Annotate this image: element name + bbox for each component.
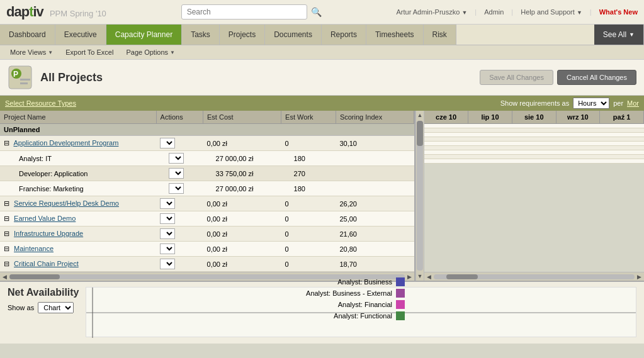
scoring-cell: 21,60 bbox=[336, 227, 414, 242]
tab-documents[interactable]: Documents bbox=[265, 25, 322, 45]
actions-cell: ▼ bbox=[156, 227, 203, 242]
legend-item: Analyst: Business bbox=[306, 277, 405, 286]
est-work-cell: 270 bbox=[281, 166, 336, 181]
col-wrz10: wrz 10 bbox=[556, 111, 600, 124]
hours-select[interactable]: Hours Days FTE bbox=[573, 98, 609, 109]
est-cost-cell: 27 000,00 zł bbox=[203, 151, 281, 166]
scoring-cell bbox=[336, 181, 414, 196]
col-cze10: cze 10 bbox=[424, 111, 468, 124]
expand-icon[interactable]: ⊟ bbox=[4, 230, 9, 237]
actions-dropdown[interactable]: ▼ bbox=[169, 153, 184, 164]
svg-rect-4 bbox=[20, 82, 28, 84]
table-row: ⊟ Earned Value Demo ▼ 0,00 zł 0 25,00 bbox=[0, 211, 414, 227]
actions-dropdown[interactable]: ▼ bbox=[160, 228, 175, 239]
right-h-scroll[interactable]: ◀ ▶ bbox=[424, 272, 644, 281]
est-cost-cell: 0,00 zł bbox=[203, 257, 281, 272]
legend-label: Analyst: Business - External bbox=[306, 289, 392, 297]
tab-timesheets[interactable]: Timesheets bbox=[366, 25, 424, 45]
scroll-down-arrow-icon[interactable]: ▼ bbox=[416, 272, 424, 281]
tab-see-all[interactable]: See All ▼ bbox=[594, 25, 644, 45]
scroll-up-arrow-icon[interactable]: ▲ bbox=[416, 111, 424, 120]
project-link[interactable]: Service Request/Help Desk Demo bbox=[14, 199, 119, 207]
scroll-right-arrow-icon[interactable]: ▶ bbox=[407, 274, 412, 280]
sub-name-cell: Analyst: IT bbox=[0, 151, 156, 166]
v-scrollbar[interactable]: ▲ ▼ bbox=[415, 111, 424, 281]
search-icon[interactable]: 🔍 bbox=[311, 7, 322, 17]
actions-dropdown[interactable]: ▼ bbox=[160, 259, 175, 269]
est-cost-cell: 0,00 zł bbox=[203, 196, 281, 211]
tab-dashboard[interactable]: Dashboard bbox=[0, 25, 55, 45]
search-input[interactable] bbox=[181, 4, 307, 20]
export-excel-button[interactable]: Export To Excel bbox=[60, 47, 118, 57]
tab-tasks[interactable]: Tasks bbox=[182, 25, 220, 45]
scroll-thumb bbox=[9, 274, 60, 279]
action-buttons: Save All Changes Cancel All Changes bbox=[480, 70, 636, 85]
tab-reports[interactable]: Reports bbox=[322, 25, 366, 45]
admin-link[interactable]: Admin bbox=[484, 8, 504, 16]
help-link[interactable]: Help and Support ▼ bbox=[521, 8, 582, 16]
see-all-chevron-icon: ▼ bbox=[629, 31, 635, 38]
actions-dropdown[interactable]: ▼ bbox=[169, 183, 184, 194]
actions-dropdown[interactable]: ▼ bbox=[160, 213, 175, 224]
scroll-left-arrow-icon[interactable]: ◀ bbox=[3, 274, 7, 280]
col-actions: Actions bbox=[156, 111, 203, 124]
est-work-cell: 0 bbox=[281, 242, 336, 257]
col-est-work: Est Work bbox=[281, 111, 336, 124]
project-link[interactable]: Application Development Program bbox=[13, 139, 118, 147]
chart-select[interactable]: Chart Table bbox=[38, 302, 74, 313]
project-link[interactable]: Infrastructure Upgrade bbox=[14, 230, 83, 237]
est-work-cell: 0 bbox=[281, 136, 336, 151]
right-scroll-right-icon[interactable]: ▶ bbox=[637, 274, 641, 280]
timeline-row bbox=[424, 137, 644, 142]
right-scroll-left-icon[interactable]: ◀ bbox=[427, 274, 431, 280]
per-label: per bbox=[613, 99, 623, 107]
expand-icon[interactable]: ⊟ bbox=[4, 139, 9, 147]
save-all-button[interactable]: Save All Changes bbox=[480, 70, 553, 85]
est-work-cell: 0 bbox=[281, 196, 336, 211]
project-link[interactable]: Maintenance bbox=[14, 245, 54, 252]
timeline-row bbox=[424, 155, 644, 159]
table-row: Developer: Application ▼ 33 750,00 zł 27… bbox=[0, 166, 414, 181]
est-cost-cell: 27 000,00 zł bbox=[203, 181, 281, 196]
actions-dropdown[interactable]: ▼ bbox=[169, 168, 184, 179]
page-options-button[interactable]: Page Options ▼ bbox=[121, 47, 180, 57]
more-views-button[interactable]: More Views ▼ bbox=[5, 47, 58, 57]
col-sie10: sie 10 bbox=[512, 111, 556, 124]
legend-area: Analyst: Business Analyst: Business - Ex… bbox=[306, 277, 405, 320]
project-link[interactable]: Critical Chain Project bbox=[14, 260, 79, 267]
svg-text:P: P bbox=[13, 70, 18, 79]
user-link[interactable]: Artur Admin-Pruszko ▼ bbox=[396, 8, 467, 16]
table-row: ⊟ Application Development Program ▼ 0,00… bbox=[0, 136, 414, 151]
whats-new-link[interactable]: What's New bbox=[599, 8, 638, 16]
tab-executive[interactable]: Executive bbox=[55, 25, 106, 45]
expand-icon[interactable]: ⊟ bbox=[4, 260, 9, 267]
actions-dropdown[interactable]: ▼ bbox=[160, 198, 175, 209]
scoring-cell bbox=[336, 166, 414, 181]
main-table: Project Name Actions Est Cost Est Work S… bbox=[0, 111, 414, 272]
cancel-all-button[interactable]: Cancel All Changes bbox=[557, 70, 636, 85]
actions-dropdown[interactable]: ▼ bbox=[160, 138, 175, 148]
expand-icon[interactable]: ⊟ bbox=[4, 199, 9, 207]
select-resource-types-link[interactable]: Select Resource Types bbox=[5, 99, 76, 107]
tab-capacity-planner[interactable]: Capacity Planner bbox=[106, 25, 182, 45]
user-chevron-icon: ▼ bbox=[461, 9, 467, 16]
tab-risk[interactable]: Risk bbox=[424, 25, 456, 45]
timeline-header-row: cze 10 lip 10 sie 10 wrz 10 paź 1 bbox=[424, 111, 644, 124]
expand-icon[interactable]: ⊟ bbox=[4, 245, 9, 252]
more-label[interactable]: Mor bbox=[627, 99, 639, 107]
col-lip10: lip 10 bbox=[468, 111, 512, 124]
actions-dropdown[interactable]: ▼ bbox=[160, 243, 175, 254]
project-name-cell: ⊟ Service Request/Help Desk Demo bbox=[0, 196, 156, 211]
sub-name-cell: Developer: Application bbox=[0, 166, 156, 181]
v-scroll-track bbox=[417, 121, 423, 271]
right-table: cze 10 lip 10 sie 10 wrz 10 paź 1 bbox=[424, 111, 644, 281]
expand-icon[interactable]: ⊟ bbox=[4, 215, 9, 222]
project-link[interactable]: Earned Value Demo bbox=[14, 215, 76, 222]
project-name-cell: ⊟ Maintenance bbox=[0, 242, 156, 257]
tab-projects[interactable]: Projects bbox=[220, 25, 265, 45]
page-header: P All Projects Save All Changes Cancel A… bbox=[0, 60, 644, 96]
svg-rect-3 bbox=[20, 79, 30, 81]
col-est-cost: Est Cost bbox=[203, 111, 281, 124]
actions-cell: ▼ bbox=[156, 196, 203, 211]
legend-color-swatch bbox=[396, 300, 405, 309]
